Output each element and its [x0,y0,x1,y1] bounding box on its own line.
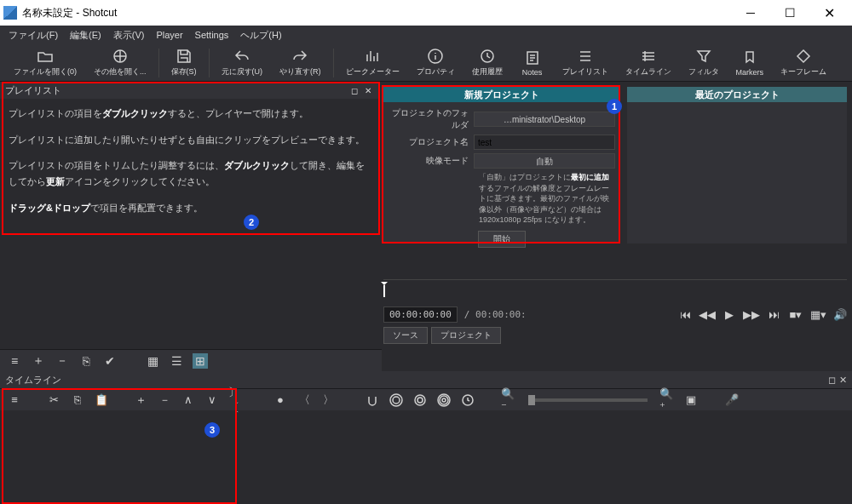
cut-icon[interactable]: ✂ [46,392,61,408]
peak-meter-button[interactable]: ピークメーター [337,46,408,79]
separator [209,49,210,77]
info-icon [427,48,444,65]
project-row: 新規プロジェクト プロジェクトのフォルダ …ministrator\Deskto… [378,82,852,243]
lift-icon[interactable]: ∧ [181,392,196,408]
playlist-update-icon[interactable]: ⎘ [78,353,94,369]
snap-icon[interactable] [365,392,380,408]
skip-prev-button[interactable]: ⏮ [678,307,692,321]
zoom-menu-button[interactable]: ■▾ [789,307,803,321]
project-name-input[interactable] [474,135,615,150]
marker-add-icon[interactable]: ● [273,392,288,408]
notes-button[interactable]: Notes [511,48,554,78]
view-tiles-icon[interactable]: ⊞ [193,353,208,369]
playlist-button[interactable]: プレイリスト [554,46,617,79]
playlist-check-icon[interactable]: ✔ [102,353,118,369]
menu-help[interactable]: ヘルプ(H) [235,27,286,43]
menu-file[interactable]: ファイル(F) [3,27,63,43]
paste-icon[interactable]: 📋 [94,392,109,408]
ripple-all-icon[interactable] [436,392,452,408]
start-button[interactable]: 開始 [478,231,526,248]
video-mode-label: 映像モード [389,155,474,167]
menu-settings[interactable]: Settings [190,28,234,42]
ripple-icon[interactable] [412,392,428,408]
undo-icon [233,48,250,65]
view-list-icon[interactable]: ☰ [169,353,184,369]
undock-icon[interactable]: ◻ [349,85,360,95]
svg-point-8 [442,398,446,402]
player-panel: 新規プロジェクト プロジェクトのフォルダ …ministrator\Deskto… [378,82,852,349]
video-mode-select[interactable]: 自動 [474,153,615,169]
playlist-remove-icon[interactable]: － [55,353,70,369]
list-icon [577,48,594,65]
zoom-in-icon[interactable]: 🔍⁺ [659,392,675,408]
markers-button[interactable]: Markers [728,48,773,78]
history-icon [479,48,496,65]
timeline-button[interactable]: タイムライン [617,46,680,79]
undo-button[interactable]: 元に戻す(U) [213,46,272,79]
copy-icon[interactable]: ⎘ [70,392,85,408]
ripple-markers-icon[interactable] [460,392,475,408]
properties-button[interactable]: プロパティ [408,46,463,79]
append-icon[interactable]: ＋ [133,392,148,408]
menu-player[interactable]: Player [151,28,187,42]
rewind-button[interactable]: ◀◀ [700,307,714,321]
menubar: ファイル(F) 編集(E) 表示(V) Player Settings ヘルプ(… [0,26,852,44]
history-button[interactable]: 使用履歴 [463,46,511,79]
forward-button[interactable]: ▶▶ [745,307,758,321]
panel-close-icon[interactable]: ✕ [839,375,847,386]
skip-next-button[interactable]: ⏭ [767,307,780,321]
annotation-badge-2: 2 [244,215,259,230]
playlist-menu-icon[interactable]: ≡ [7,353,22,369]
note-icon [524,49,541,66]
annotation-badge-1: 1 [607,99,622,114]
keyframe-button[interactable]: キーフレーム [772,46,835,79]
view-details-icon[interactable]: ▦ [145,353,160,369]
main-row: プレイリスト ◻ ✕ プレイリストの項目をダブルクリックすると、プレイヤーで開け… [0,82,852,349]
playlist-add-icon[interactable]: ＋ [31,353,46,369]
timecode-input[interactable]: 00:00:00:00 [383,306,458,323]
minimize-button[interactable]: ─ [731,0,770,26]
undock-icon[interactable]: ◻ [828,375,836,386]
prev-marker-icon[interactable]: 〈 [296,392,312,408]
new-project-header: 新規プロジェクト [383,87,620,102]
record-icon[interactable]: 🎤 [724,392,740,408]
playhead-icon[interactable] [383,285,385,297]
tab-source[interactable]: ソース [383,327,428,344]
app-logo-icon [3,6,17,20]
titlebar: 名称未設定 - Shotcut ─ ☐ ✕ [0,0,852,26]
next-marker-icon[interactable]: 〉 [320,392,336,408]
network-icon [112,48,129,65]
zoom-out-icon[interactable]: 🔍⁻ [501,392,516,408]
save-button[interactable]: 保存(S) [163,46,205,79]
player-bottom: 00:00:00:00 / 00:00:00: ⏮ ◀◀ ▶ ▶▶ ⏭ ■▾ ▦… [378,276,852,349]
marker-icon [741,49,758,66]
close-button[interactable]: ✕ [809,0,849,26]
grid-menu-button[interactable]: ▦▾ [811,307,825,321]
menu-view[interactable]: 表示(V) [108,27,150,43]
project-folder-button[interactable]: …ministrator\Desktop [474,112,615,127]
maximize-button[interactable]: ☐ [770,0,809,26]
folder-open-icon [37,48,54,65]
redo-button[interactable]: やり直す(R) [271,46,330,79]
timeline-body[interactable] [0,410,852,504]
zoom-fit-icon[interactable]: ▣ [683,392,699,408]
panel-close-icon[interactable]: ✕ [363,85,373,95]
tab-project[interactable]: プロジェクト [431,327,501,344]
zoom-knob[interactable] [528,395,535,405]
playlist-help: プレイリストの項目をダブルクリックすると、プレイヤーで開けます。 プレイリストに… [0,99,378,232]
open-file-button[interactable]: ファイルを開く(0) [5,46,85,79]
main-toolbar: ファイルを開く(0) その他を開く... 保存(S) 元に戻す(U) やり直す(… [0,44,852,82]
timeline-menu-icon[interactable]: ≡ [7,392,22,408]
split-icon[interactable]: 〕〔 [228,392,244,408]
overwrite-icon[interactable]: ∨ [204,392,220,408]
scrub-icon[interactable] [389,392,404,408]
recent-project-box: 最近のプロジェクト [627,87,847,243]
filter-button[interactable]: フィルタ [680,46,728,79]
menu-edit[interactable]: 編集(E) [65,27,106,43]
time-ruler[interactable] [383,279,847,300]
play-button[interactable]: ▶ [722,307,736,321]
volume-button[interactable]: 🔊 [833,307,847,321]
zoom-slider[interactable] [528,398,648,402]
remove-icon[interactable]: － [157,392,172,408]
open-other-button[interactable]: その他を開く... [85,46,155,79]
